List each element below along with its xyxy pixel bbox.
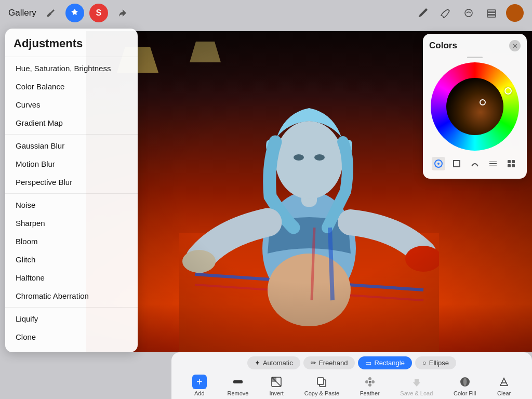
adj-liquify[interactable]: Liquify bbox=[7, 310, 136, 328]
rectangle-icon: ▭ bbox=[365, 359, 371, 367]
svg-rect-2 bbox=[487, 12, 496, 15]
remove-icon bbox=[231, 375, 245, 389]
adj-perspective-blur[interactable]: Perspective Blur bbox=[7, 173, 136, 191]
invert-icon bbox=[269, 375, 284, 389]
feather-tool-button[interactable]: Feather bbox=[356, 373, 384, 398]
s-button[interactable]: S bbox=[89, 4, 108, 22]
automatic-mode-button[interactable]: ✦ Automatic bbox=[247, 356, 300, 369]
svg-rect-35 bbox=[508, 164, 511, 167]
color-wheel-cursor bbox=[504, 87, 512, 95]
clear-label: Clear bbox=[497, 390, 511, 396]
gallery-button[interactable]: Gallery bbox=[8, 8, 36, 18]
colors-header: Colors ✕ bbox=[429, 40, 521, 51]
svg-point-11 bbox=[294, 154, 304, 161]
topbar-right bbox=[415, 4, 524, 22]
ellipse-mode-button[interactable]: ○ Ellipse bbox=[415, 356, 456, 369]
color-fill-label: Color Fill bbox=[454, 390, 476, 396]
ellipse-icon: ○ bbox=[422, 359, 427, 367]
rectangle-mode-button[interactable]: ▭ Rectangle bbox=[358, 356, 412, 369]
clear-icon bbox=[497, 375, 511, 389]
svg-rect-1 bbox=[487, 10, 496, 12]
harmony-mode-button[interactable] bbox=[486, 157, 500, 170]
adj-gradient-map[interactable]: Gradient Map bbox=[7, 114, 136, 132]
adj-halftone[interactable]: Halftone bbox=[7, 269, 136, 287]
adjustments-group-2: Gaussian Blur Motion Blur Perspective Bl… bbox=[5, 134, 138, 193]
invert-label: Invert bbox=[269, 390, 284, 396]
remove-label: Remove bbox=[228, 390, 249, 396]
adj-sharpen[interactable]: Sharpen bbox=[7, 214, 136, 232]
feather-icon bbox=[363, 375, 377, 389]
copy-paste-tool-button[interactable]: Copy & Paste bbox=[300, 373, 343, 398]
colors-panel: Colors ✕ bbox=[423, 34, 527, 179]
rectangle-label: Rectangle bbox=[374, 359, 405, 367]
svg-point-23 bbox=[368, 383, 371, 387]
adj-glitch[interactable]: Glitch bbox=[7, 250, 136, 269]
adj-color-balance[interactable]: Color Balance bbox=[7, 77, 136, 96]
topbar-left: Gallery S bbox=[8, 4, 132, 22]
bottom-toolbar: ✦ Automatic ✏ Freehand ▭ Rectangle ○ Ell… bbox=[171, 352, 532, 399]
smudge-tool-icon[interactable] bbox=[460, 5, 477, 21]
adjustments-group-1: Hue, Saturation, Brightness Color Balanc… bbox=[5, 57, 138, 134]
feather-label: Feather bbox=[360, 390, 380, 396]
adj-curves[interactable]: Curves bbox=[7, 96, 136, 114]
disc-mode-button[interactable] bbox=[432, 157, 445, 170]
adj-hue-saturation[interactable]: Hue, Saturation, Brightness bbox=[7, 59, 136, 77]
svg-rect-19 bbox=[317, 378, 324, 384]
svg-rect-34 bbox=[512, 160, 515, 163]
topbar: Gallery S bbox=[0, 0, 532, 26]
adj-clone[interactable]: Clone bbox=[7, 328, 136, 346]
svg-rect-15 bbox=[233, 380, 243, 383]
color-fill-tool-button[interactable]: Color Fill bbox=[449, 373, 480, 398]
svg-rect-17 bbox=[272, 377, 276, 382]
svg-rect-33 bbox=[508, 160, 511, 163]
magic-button[interactable] bbox=[65, 4, 84, 22]
palettes-mode-button[interactable] bbox=[504, 157, 518, 170]
svg-point-24 bbox=[369, 381, 371, 383]
automatic-label: Automatic bbox=[263, 359, 293, 367]
remove-tool-button[interactable]: Remove bbox=[223, 373, 253, 398]
save-load-tool-button[interactable]: Save & Load bbox=[396, 373, 437, 398]
invert-tool-button[interactable]: Invert bbox=[265, 373, 288, 398]
adj-gaussian-blur[interactable]: Gaussian Blur bbox=[7, 137, 136, 155]
svg-point-21 bbox=[368, 377, 371, 380]
fighter-figure bbox=[179, 51, 439, 352]
pen-tool-icon[interactable] bbox=[415, 5, 431, 21]
color-wheel[interactable] bbox=[431, 62, 519, 151]
selection-modes-bar: ✦ Automatic ✏ Freehand ▭ Rectangle ○ Ell… bbox=[171, 356, 532, 369]
user-avatar[interactable] bbox=[506, 4, 524, 22]
svg-rect-36 bbox=[512, 164, 515, 167]
adj-chromatic-aberration[interactable]: Chromatic Aberration bbox=[7, 287, 136, 305]
svg-point-20 bbox=[365, 380, 368, 383]
svg-point-28 bbox=[437, 163, 440, 165]
freehand-mode-button[interactable]: ✏ Freehand bbox=[303, 356, 355, 369]
copy-paste-label: Copy & Paste bbox=[304, 390, 339, 396]
adjustments-panel: Adjustments Hue, Saturation, Brightness … bbox=[5, 29, 138, 352]
color-wheel-inner[interactable] bbox=[446, 78, 503, 135]
classic-mode-button[interactable] bbox=[468, 157, 482, 170]
adj-motion-blur[interactable]: Motion Blur bbox=[7, 155, 136, 173]
color-fill-icon bbox=[458, 375, 472, 389]
svg-rect-3 bbox=[487, 15, 496, 17]
adjustments-title: Adjustments bbox=[5, 37, 138, 57]
square-mode-button[interactable] bbox=[450, 157, 463, 170]
add-icon: + bbox=[192, 375, 207, 389]
wrench-button[interactable] bbox=[42, 4, 60, 22]
brush-tool-icon[interactable] bbox=[437, 5, 454, 21]
save-load-label: Save & Load bbox=[400, 390, 433, 396]
send-button[interactable] bbox=[113, 4, 132, 22]
adj-noise[interactable]: Noise bbox=[7, 196, 136, 214]
tool-buttons-row: + Add Remove Inv bbox=[171, 373, 532, 398]
svg-point-0 bbox=[465, 9, 472, 17]
color-wheel-container[interactable] bbox=[431, 62, 519, 151]
clear-tool-button[interactable]: Clear bbox=[493, 373, 515, 398]
adjustments-group-4: Liquify Clone bbox=[5, 307, 138, 348]
adj-bloom[interactable]: Bloom bbox=[7, 232, 136, 250]
colors-close-button[interactable]: ✕ bbox=[509, 40, 521, 51]
add-tool-button[interactable]: + Add bbox=[188, 373, 211, 398]
svg-point-8 bbox=[268, 254, 351, 326]
add-label: Add bbox=[194, 390, 205, 396]
layers-tool-icon[interactable] bbox=[483, 5, 500, 21]
freehand-label: Freehand bbox=[319, 359, 348, 367]
colors-title: Colors bbox=[429, 41, 457, 51]
svg-point-10 bbox=[275, 121, 343, 199]
